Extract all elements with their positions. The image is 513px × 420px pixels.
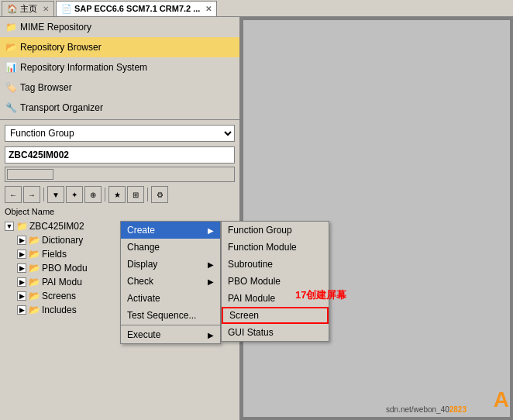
fields-label: Fields [42,249,67,260]
left-panel: 📁 MIME Repository 📂 Repository Browser 📊… [0,17,240,420]
pai-label: PAI Modu [42,277,82,287]
scroll-thumb [7,169,53,180]
ctx-change[interactable]: Change [121,239,220,256]
transport-icon: 🔧 [5,102,17,114]
object-input[interactable] [5,146,235,164]
repo-info-icon: 📊 [5,61,17,74]
sub-sub-label: Subroutine [228,259,273,270]
mime-icon: 📁 [5,21,17,33]
right-inner [243,20,510,417]
ctx-check-label: Check [127,276,153,287]
sub-screen-label: Screen [229,310,259,321]
sidebar-item-repo-info[interactable]: 📊 Repository Information System [0,57,239,77]
expand-button[interactable]: ✦ [66,186,83,203]
tree-root-label: ZBC425IM02 [29,221,84,232]
tab-bar: 🏠 主页 ✕ 📄 SAP ECC6.6 SCM7.1 CRM7.2 ... ✕ [0,0,513,17]
toolbar-sep-3 [147,188,148,201]
right-panel: A [240,17,513,420]
tree-expand-pbo[interactable]: ▶ [17,263,26,273]
ctx-activate[interactable]: Activate [121,290,220,307]
includes-icon: 📂 [28,304,40,316]
sub-pai-module[interactable]: PAI Module 17创建屏幕 [222,290,329,307]
back-button[interactable]: ← [5,186,22,203]
ctx-activate-label: Activate [127,293,160,304]
grid-button[interactable]: ⊞ [127,186,144,203]
add-button[interactable]: ⊕ [84,186,102,203]
repo-info-label: Repository Information System [20,62,147,73]
sub-fm-label: Function Module [228,242,297,253]
tab-home[interactable]: 🏠 主页 ✕ [2,1,54,16]
object-name-label: Object Name [0,205,239,218]
tree-expand-screens[interactable]: ▶ [17,291,26,301]
context-menu: Create ▶ Change Display ▶ Check ▶ Activa… [120,221,221,344]
star-button[interactable]: ★ [108,186,126,203]
ctx-execute[interactable]: Execute ▶ [121,326,220,343]
watermark: A [494,387,509,412]
tab-sap[interactable]: 📄 SAP ECC6.6 SCM7.1 CRM7.2 ... ✕ [56,1,217,16]
fields-icon: 📂 [28,248,40,260]
forward-button[interactable]: → [23,186,40,203]
sub-subroutine[interactable]: Subroutine [222,256,329,273]
tree-root-icon: 📁 [15,220,28,232]
tools-button[interactable]: ⚙ [151,186,168,203]
sub-pbo-module[interactable]: PBO Module [222,273,329,290]
sub-function-group[interactable]: Function Group [222,222,329,239]
repo-browser-icon: 📂 [5,41,17,53]
pai-icon: 📂 [28,276,40,288]
ctx-change-label: Change [127,242,160,253]
toolbar-sep-1 [43,188,44,201]
pbo-label: PBO Modu [42,263,88,274]
ctx-execute-label: Execute [127,329,160,340]
filter-button[interactable]: ▼ [47,186,64,203]
includes-label: Includes [42,305,77,315]
tab-sap-label: SAP ECC6.6 SCM7.1 CRM7.2 ... [74,4,200,13]
screens-label: Screens [42,291,76,301]
sidebar-item-repo-browser[interactable]: 📂 Repository Browser [0,37,239,57]
dict-label: Dictionary [42,235,83,246]
screens-icon: 📂 [28,290,40,302]
toolbar-sep-2 [105,188,105,201]
sub-gui-status[interactable]: GUI Status [222,324,329,341]
tree-expand-root[interactable]: ▼ [5,222,14,231]
dropdown-row: Function Group [0,122,239,145]
mime-label: MIME Repository [20,22,91,33]
ctx-test-sequence-label: Test Sequence... [127,310,196,321]
sidebar-item-mime[interactable]: 📁 MIME Repository [0,17,239,37]
sub-gui-label: GUI Status [228,327,274,338]
tree-expand-includes[interactable]: ▶ [17,305,26,315]
sidebar-item-transport[interactable]: 🔧 Transport Organizer [0,98,239,118]
ctx-check[interactable]: Check ▶ [121,273,220,290]
sub-screen[interactable]: Screen [222,307,329,324]
pbo-icon: 📂 [28,262,40,274]
sidebar-item-tag-browser[interactable]: 🏷️ Tag Browser [0,77,239,98]
ctx-sep [121,325,220,325]
ctx-create[interactable]: Create ▶ [121,222,220,239]
ctx-test-sequence[interactable]: Test Sequence... [121,307,220,324]
ctx-execute-arrow: ▶ [208,331,214,339]
sub-pai-label: PAI Module [228,293,275,304]
transport-label: Transport Organizer [20,102,103,113]
sap-tab-icon: 📄 [61,4,72,14]
ctx-display[interactable]: Display ▶ [121,256,220,273]
main-layout: 📁 MIME Repository 📂 Repository Browser 📊… [0,17,513,420]
repo-browser-label: Repository Browser [20,42,102,53]
input-row [0,145,239,165]
sub-function-module[interactable]: Function Module [222,239,329,256]
function-group-dropdown[interactable]: Function Group [5,125,235,142]
tag-browser-label: Tag Browser [20,82,72,93]
dict-icon: 📂 [28,234,40,246]
scroll-area[interactable] [5,167,235,182]
tab-home-close[interactable]: ✕ [43,5,49,13]
tree-expand-pai[interactable]: ▶ [17,277,26,287]
home-icon: 🏠 [7,4,18,14]
submenu-create: Function Group Function Module Subroutin… [221,221,329,342]
watermark-url: sdn.net/webon_402823 [386,405,467,414]
tree-expand-fields[interactable]: ▶ [17,250,26,259]
ctx-create-arrow: ▶ [208,226,214,235]
tree-expand-dict[interactable]: ▶ [17,236,26,245]
tab-sap-close[interactable]: ✕ [205,5,212,13]
toolbar: ← → ▼ ✦ ⊕ ★ ⊞ ⚙ [0,184,239,205]
separator-1 [0,119,239,120]
tab-home-label: 主页 [20,3,37,15]
sub-pbo-label: PBO Module [228,276,281,287]
